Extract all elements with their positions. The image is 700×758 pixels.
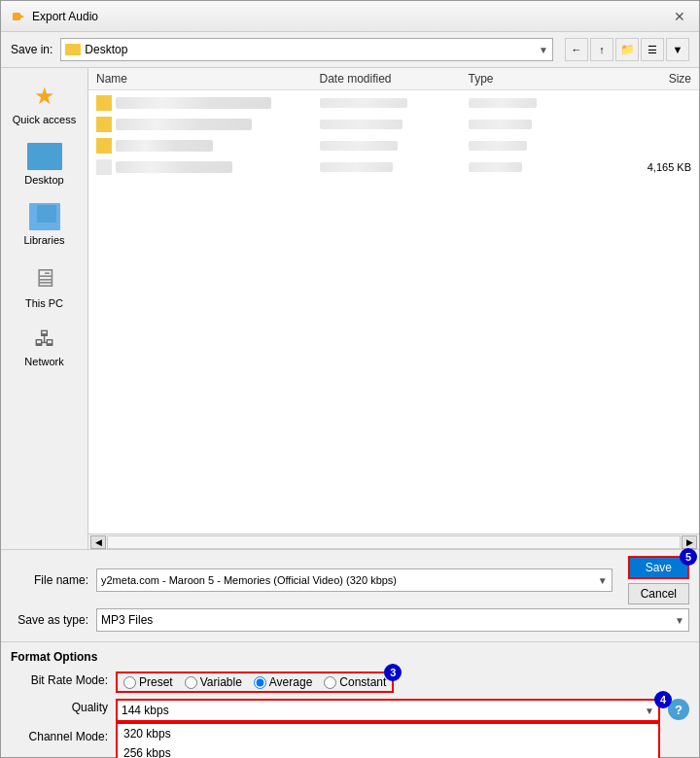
view-menu-dropdown-button[interactable]: ▼ [666, 38, 689, 61]
file-size-cell: 4,165 KB [617, 161, 692, 173]
save-in-label: Save in: [11, 43, 52, 56]
quality-dropdown[interactable]: 144 kbps ▼ 4 [116, 699, 660, 722]
action-buttons: Save 5 Cancel [628, 556, 689, 604]
dropdown-arrow-icon: ▼ [673, 44, 683, 55]
save-type-chevron: ▼ [675, 615, 684, 626]
badge-3: 3 [384, 664, 402, 681]
file-date-blur [320, 162, 393, 172]
table-row[interactable] [88, 92, 699, 114]
table-row[interactable]: 4,165 KB [88, 156, 699, 178]
radio-constant[interactable]: Constant [324, 675, 386, 689]
save-type-row: Save as type: MP3 Files ▼ [11, 608, 689, 632]
file-icon [96, 138, 112, 154]
radio-average-label: Average [269, 675, 312, 689]
col-name-header[interactable]: Name [96, 72, 320, 86]
file-type-cell [469, 141, 617, 151]
radio-variable-input[interactable] [185, 676, 197, 689]
svg-rect-0 [13, 13, 20, 20]
dropdown-item[interactable]: 256 kbps [118, 743, 658, 758]
radio-preset-input[interactable] [123, 676, 136, 689]
bit-rate-row: Bit Rate Mode: 3 Preset Variable Average [11, 672, 689, 693]
network-icon: 🖧 [34, 327, 55, 352]
scroll-left-button[interactable]: ◀ [90, 535, 106, 549]
file-type-cell [469, 162, 617, 172]
file-name-blur [116, 97, 271, 109]
close-button[interactable]: ✕ [670, 7, 689, 26]
file-list-header: Name Date modified Type Size [88, 68, 699, 90]
create-folder-icon: 📁 [620, 43, 635, 56]
file-name-cell [96, 159, 320, 175]
file-date-blur [320, 120, 402, 129]
dropdown-item[interactable]: 320 kbps [118, 724, 658, 743]
file-date-cell [320, 162, 469, 172]
file-icon [96, 95, 112, 111]
radio-group-bitrate: 3 Preset Variable Average Constant [116, 672, 394, 693]
sidebar-item-desktop[interactable]: Desktop [6, 136, 84, 192]
file-date-cell [320, 98, 469, 108]
export-audio-dialog: Export Audio ✕ Save in: Desktop ▼ ← ↑ 📁 … [0, 0, 700, 758]
save-type-combo[interactable]: MP3 Files ▼ [96, 608, 689, 632]
table-row[interactable] [88, 135, 699, 156]
sidebar-item-label-quick-access: Quick access [13, 114, 76, 125]
col-type-header[interactable]: Type [469, 72, 617, 86]
scroll-right-button[interactable]: ▶ [682, 535, 697, 549]
sidebar-item-label-desktop: Desktop [24, 174, 63, 186]
save-button[interactable]: Save 5 [628, 556, 689, 579]
radio-variable[interactable]: Variable [185, 675, 242, 689]
title-bar: Export Audio ✕ [1, 1, 699, 32]
file-type-cell [469, 98, 617, 108]
back-button[interactable]: ← [565, 38, 588, 61]
file-icon [96, 117, 112, 132]
file-name-blur [116, 161, 232, 173]
view-menu-button[interactable]: ☰ [641, 38, 664, 61]
create-folder-button[interactable]: 📁 [615, 38, 639, 61]
file-name-cell [96, 117, 320, 132]
file-date-blur [320, 141, 398, 151]
radio-preset[interactable]: Preset [123, 675, 173, 689]
file-type-cell [469, 120, 617, 129]
bit-rate-label: Bit Rate Mode: [11, 672, 108, 687]
sidebar-item-libraries[interactable]: Libraries [6, 196, 84, 253]
file-name-combo[interactable]: y2meta.com - Maroon 5 - Memories (Offici… [96, 568, 612, 592]
quality-dropdown-list[interactable]: 320 kbps256 kbps224 kbps192 kbps160 kbps… [116, 722, 660, 758]
col-date-header[interactable]: Date modified [320, 72, 469, 86]
badge-5: 5 [680, 548, 697, 566]
file-icon [96, 159, 112, 175]
radio-constant-label: Constant [339, 675, 386, 689]
col-size-header[interactable]: Size [617, 72, 692, 86]
radio-constant-input[interactable] [324, 676, 336, 689]
file-name-cell [96, 95, 320, 111]
quality-label: Quality [11, 699, 108, 714]
quality-chevron: ▼ [645, 706, 654, 716]
horizontal-scrollbar[interactable]: ◀ ▶ [88, 534, 699, 549]
radio-preset-label: Preset [139, 675, 173, 689]
libraries-icon [29, 203, 60, 230]
save-label: Save [646, 561, 672, 574]
table-row[interactable] [88, 114, 699, 135]
sidebar-item-quick-access[interactable]: ★ Quick access [6, 76, 84, 132]
quality-row: Quality 144 kbps ▼ 4 320 kbps256 kbps224… [11, 699, 689, 722]
view-menu-icon: ☰ [648, 44, 657, 56]
radio-average-input[interactable] [254, 676, 266, 689]
save-in-combo[interactable]: Desktop ▼ [60, 38, 553, 61]
window-title: Export Audio [32, 10, 98, 23]
file-list-area: Name Date modified Type Size [88, 68, 699, 549]
scroll-track[interactable] [107, 535, 681, 549]
sidebar-item-label-libraries: Libraries [23, 234, 64, 246]
sidebar: ★ Quick access Desktop Libraries [1, 68, 88, 549]
file-name-chevron: ▼ [598, 575, 608, 586]
channel-mode-label: Channel Mode: [11, 728, 108, 743]
sidebar-item-thispc[interactable]: 🖥 This PC [6, 257, 84, 316]
radio-variable-label: Variable [200, 675, 242, 689]
up-icon: ↑ [599, 44, 605, 55]
save-in-combo-left: Desktop [65, 43, 127, 56]
quality-dropdown-wrapper: 144 kbps ▼ 4 320 kbps256 kbps224 kbps192… [116, 699, 660, 722]
radio-average[interactable]: Average [254, 675, 312, 689]
file-date-cell [320, 141, 469, 151]
file-type-blur [469, 162, 522, 172]
sidebar-item-network[interactable]: 🖧 Network [6, 320, 84, 374]
svg-rect-3 [37, 205, 56, 223]
save-type-value: MP3 Files [101, 613, 153, 627]
cancel-button[interactable]: Cancel [628, 583, 689, 604]
up-button[interactable]: ↑ [590, 38, 613, 61]
